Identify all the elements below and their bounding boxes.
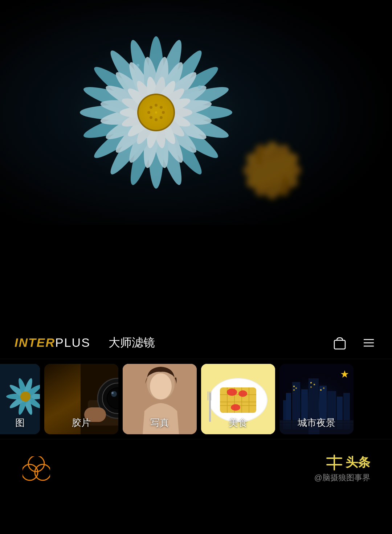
svg-point-152 (35, 464, 50, 480)
filter-label-flowers: 图 (0, 416, 40, 429)
filter-card-city[interactable]: ★ 城市夜景 (279, 364, 354, 434)
toutiao-watermark: 头条 @脑摄狼图事界 (314, 454, 370, 483)
svg-point-151 (23, 464, 38, 480)
svg-rect-81 (0, 0, 392, 225)
middle-section (0, 225, 392, 326)
svg-rect-144 (314, 384, 315, 385)
bottom-bar: 头条 @脑摄狼图事界 (0, 439, 392, 498)
svg-point-105 (111, 392, 114, 394)
brand-plus-text: PLUS (55, 336, 90, 350)
brand-logo: INTER PLUS (15, 336, 90, 350)
svg-point-97 (20, 391, 30, 402)
svg-rect-139 (293, 386, 295, 387)
svg-point-121 (227, 389, 237, 396)
account-handle: @脑摄狼图事界 (314, 472, 370, 483)
svg-rect-142 (310, 382, 312, 383)
filter-label-camera: 胶片 (44, 416, 118, 429)
brand-title-text: 大师滤镜 (109, 335, 155, 351)
menu-icon[interactable] (360, 334, 377, 352)
color-circles-icon[interactable] (22, 454, 51, 483)
hero-image (0, 0, 392, 225)
brand-bar: INTER PLUS 大师滤镜 (0, 326, 392, 359)
toutiao-label: 头条 (346, 454, 370, 471)
filter-card-portrait[interactable]: 写真 (123, 364, 197, 434)
filter-label-food: 美食 (201, 416, 275, 429)
filter-card-camera[interactable]: 胶片 (44, 364, 118, 434)
filter-label-city: 城市夜景 (279, 416, 354, 429)
svg-rect-143 (310, 386, 312, 388)
star-badge-city: ★ (340, 368, 349, 380)
svg-rect-82 (334, 340, 345, 349)
brand-inter-text: INTER (15, 336, 55, 350)
filter-row: 图 胶片 (0, 359, 392, 439)
brand-icons (331, 334, 377, 352)
svg-point-104 (111, 391, 117, 397)
svg-rect-127 (211, 391, 211, 400)
filter-label-portrait: 写真 (123, 416, 197, 429)
svg-point-122 (238, 390, 247, 397)
svg-rect-146 (323, 387, 324, 389)
svg-rect-141 (295, 387, 297, 389)
svg-rect-145 (320, 389, 322, 391)
svg-rect-126 (209, 391, 210, 400)
svg-rect-140 (293, 389, 295, 391)
svg-point-110 (150, 373, 172, 399)
svg-rect-125 (208, 391, 208, 400)
shopping-bag-icon[interactable] (331, 334, 348, 352)
filter-card-food[interactable]: 美食 (201, 364, 275, 434)
toutiao-plus-row: 头条 (325, 454, 370, 471)
filter-card-flowers[interactable]: 图 (0, 364, 40, 434)
svg-point-123 (231, 404, 240, 411)
